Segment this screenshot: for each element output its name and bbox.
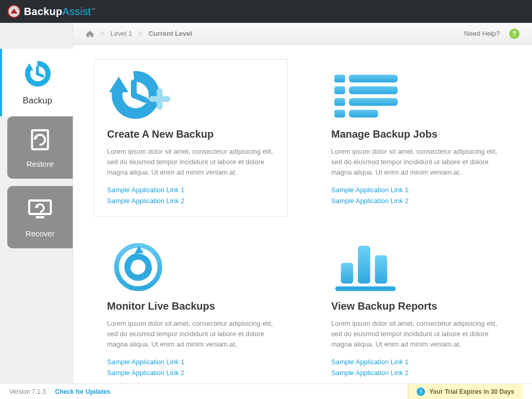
sidebar-item-restore[interactable]: Restore: [7, 116, 73, 179]
svg-line-3: [37, 74, 43, 76]
svg-rect-31: [357, 246, 370, 284]
logo-word-1: Backup: [24, 6, 62, 17]
view-reports-icon: [331, 241, 499, 293]
card-view-reports[interactable]: View Backup Reports Lorem ipsum dolor si…: [318, 231, 512, 383]
svg-marker-1: [25, 63, 33, 70]
svg-rect-21: [349, 110, 378, 117]
home-icon[interactable]: [86, 30, 94, 37]
card-link-1[interactable]: Sample Application Link 1: [331, 357, 499, 368]
svg-rect-7: [36, 216, 45, 218]
svg-rect-19: [349, 98, 397, 106]
logo-word-2: Assist: [62, 6, 91, 17]
svg-rect-15: [349, 75, 397, 83]
info-icon: !: [417, 388, 425, 396]
card-grid: Create A New Backup Lorem ipsum dolor si…: [73, 45, 532, 383]
breadcrumb: > Level 1 > Current Level Need Help? ?: [73, 23, 532, 45]
sidebar-item-label: Backup: [23, 96, 52, 106]
card-description: Lorem ipsum dolor sit amet, consectetur …: [331, 318, 499, 350]
card-description: Lorem ipsum dolor sit amet, consectetur …: [107, 318, 274, 350]
card-title: Manage Backup Jobs: [331, 128, 499, 140]
svg-rect-18: [334, 98, 345, 106]
card-manage-jobs[interactable]: Manage Backup Jobs Lorem ipsum dolor sit…: [318, 59, 512, 217]
svg-rect-16: [334, 86, 345, 94]
app-logo-icon: [7, 5, 21, 18]
help-link[interactable]: Need Help?: [464, 30, 500, 37]
card-link-2[interactable]: Sample Application Link 2: [331, 196, 499, 207]
help-icon[interactable]: ?: [509, 29, 520, 39]
breadcrumb-current: Current Level: [149, 30, 192, 37]
manage-jobs-icon: [331, 69, 499, 121]
svg-rect-13: [149, 96, 170, 102]
sidebar: Backup Restore Recover: [0, 23, 73, 383]
svg-rect-17: [349, 86, 397, 94]
card-description: Lorem ipsum dolor sit amet, consectetur …: [331, 147, 499, 178]
app-logo[interactable]: BackupAssist™: [7, 5, 96, 18]
sidebar-item-label: Restore: [26, 159, 54, 168]
sidebar-item-label: Recover: [25, 229, 55, 238]
recover-icon: [26, 197, 54, 224]
status-bar: Version 7.1.3 Check for Updates ! Your T…: [0, 383, 532, 399]
card-link-2[interactable]: Sample Application Link 2: [107, 196, 274, 207]
trial-notice[interactable]: ! Your Trial Expires in 30 Days: [408, 384, 523, 400]
check-updates-link[interactable]: Check for Updates: [55, 388, 110, 395]
backup-icon: [23, 59, 52, 90]
card-description: Lorem ipsum dolor sit amet, consectetur …: [107, 147, 274, 178]
svg-marker-9: [109, 76, 129, 92]
svg-rect-33: [335, 286, 395, 291]
card-link-1[interactable]: Sample Application Link 1: [107, 185, 274, 196]
monitor-backups-icon: [107, 241, 274, 293]
breadcrumb-sep: >: [100, 30, 104, 37]
svg-line-11: [134, 95, 145, 100]
sidebar-item-recover[interactable]: Recover: [7, 186, 73, 248]
card-link-1[interactable]: Sample Application Link 1: [331, 185, 499, 196]
svg-rect-32: [375, 255, 387, 284]
content-area: > Level 1 > Current Level Need Help? ?: [73, 23, 532, 383]
version-text: Version 7.1.3: [9, 388, 46, 395]
card-link-2[interactable]: Sample Application Link 2: [331, 368, 499, 379]
logo-tm: ™: [91, 7, 95, 12]
app-header: BackupAssist™: [0, 0, 532, 23]
breadcrumb-level-1[interactable]: Level 1: [111, 30, 132, 37]
sidebar-item-backup[interactable]: Backup: [0, 49, 73, 116]
svg-rect-20: [334, 110, 345, 117]
svg-rect-14: [334, 75, 345, 83]
breadcrumb-sep: >: [139, 30, 143, 37]
card-link-2[interactable]: Sample Application Link 2: [107, 368, 274, 379]
create-backup-icon: [107, 69, 274, 121]
card-title: View Backup Reports: [331, 300, 499, 312]
card-link-1[interactable]: Sample Application Link 1: [107, 357, 274, 368]
card-monitor-backups[interactable]: Monitor Live Backups Lorem ipsum dolor s…: [94, 231, 287, 383]
card-title: Monitor Live Backups: [107, 300, 274, 312]
svg-rect-30: [341, 263, 353, 284]
trial-text: Your Trial Expires in 30 Days: [429, 388, 514, 395]
card-create-backup[interactable]: Create A New Backup Lorem ipsum dolor si…: [94, 59, 287, 217]
app-logo-text: BackupAssist™: [24, 6, 96, 18]
restore-icon: [28, 127, 52, 154]
card-title: Create A New Backup: [107, 128, 274, 140]
